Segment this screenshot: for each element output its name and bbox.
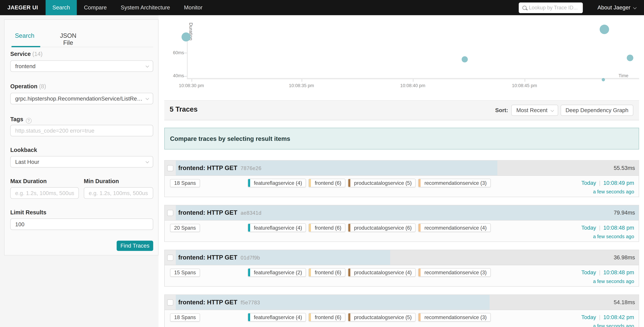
min-duration-wrap (84, 187, 153, 199)
y-tick-label: 40ms (168, 73, 184, 78)
y-tick (184, 76, 187, 77)
nav-tab-system-architecture[interactable]: System Architecture (114, 0, 177, 15)
operation-select[interactable]: grpc.hipstershop.RecommendationService/L… (10, 93, 153, 104)
min-duration-input[interactable] (89, 190, 148, 196)
trace-result-row[interactable]: frontend: HTTP GETf5e7783 54.18ms 18 Spa… (164, 294, 639, 327)
span-count-chip: 15 Spans (170, 268, 200, 277)
lookback-select[interactable]: Last Hour (10, 156, 153, 168)
lookback-label: Lookback (10, 146, 37, 153)
span-count-chip: 20 Spans (170, 224, 200, 232)
timestamp-line: Today|10:08:42 pm (582, 314, 634, 320)
x-tick (524, 79, 525, 82)
trace-name: frontend: HTTP GETf5e7783 (178, 299, 260, 306)
span-count-chip: 18 Spans (170, 314, 200, 322)
scatter-point[interactable] (182, 32, 190, 42)
scatter-point[interactable] (462, 56, 468, 62)
top-navbar: JAEGER UI Search Compare System Architec… (0, 0, 644, 15)
trace-duration: 55.53ms (614, 165, 635, 171)
service-color-strip (248, 224, 250, 232)
trace-timestamp: Today|10:08:48 pm a few seconds ago (582, 224, 634, 239)
results-controls: Sort: Most Recent Deep Dependency Graph (495, 105, 633, 116)
trace-row-body: 18 Spans featureflagservice (4) frontend… (165, 310, 639, 327)
service-color-strip (309, 314, 311, 321)
tags-input[interactable] (15, 128, 148, 134)
trace-name: frontend: HTTP GET01d7f9b (178, 254, 260, 261)
nav-tab-compare[interactable]: Compare (77, 0, 114, 15)
service-tag: productcatalogservice (4) (348, 268, 416, 277)
service-tag: featureflagservice (2) (248, 268, 306, 277)
trace-result-row[interactable]: frontend: HTTP GET01d7f9b 36.98ms 15 Spa… (164, 250, 639, 286)
y-tick-label: 60ms (168, 50, 184, 55)
service-tags: featureflagservice (4) frontend (6) prod… (248, 178, 491, 187)
service-tag: recommendationservice (3) (418, 313, 491, 322)
help-icon[interactable]: ? (26, 118, 32, 124)
relative-time: a few seconds ago (582, 189, 634, 194)
service-tag: featureflagservice (4) (248, 313, 306, 322)
nav-tab-monitor[interactable]: Monitor (177, 0, 209, 15)
scatter-point[interactable] (627, 54, 634, 61)
chevron-down-icon (146, 96, 149, 100)
service-tag: frontend (6) (308, 313, 345, 322)
relative-time: a few seconds ago (582, 323, 634, 327)
trace-row-header: frontend: HTTP GET7876e26 55.53ms (165, 161, 639, 176)
service-color-strip (248, 268, 250, 276)
service-color-strip (348, 268, 350, 276)
max-duration-input[interactable] (15, 190, 74, 196)
scatter-point[interactable] (602, 78, 605, 81)
separator: | (599, 314, 600, 320)
active-tab-underline (12, 46, 40, 47)
service-color-strip (248, 314, 250, 321)
trace-duration: 36.98ms (614, 254, 635, 261)
trace-result-row[interactable]: frontend: HTTP GETae8341d 79.94ms 20 Spa… (164, 205, 639, 242)
limit-results-input[interactable] (15, 221, 148, 227)
service-color-strip (309, 224, 311, 232)
sort-select[interactable]: Most Recent (511, 105, 558, 116)
service-tag: featureflagservice (4) (248, 224, 306, 232)
chevron-down-icon (146, 64, 149, 68)
tags-label: Tags? (10, 116, 32, 124)
service-select[interactable]: frontend (10, 60, 153, 72)
trace-row-body: 15 Spans featureflagservice (2) frontend… (165, 265, 639, 286)
trace-id-lookup[interactable] (518, 2, 583, 13)
find-traces-button[interactable]: Find Traces (117, 241, 153, 251)
relative-time: a few seconds ago (582, 234, 634, 239)
span-count-chip: 18 Spans (170, 179, 200, 187)
timestamp-line: Today|10:08:48 pm (582, 224, 634, 231)
search-icon (522, 6, 526, 10)
about-jaeger-label: About Jaeger (598, 4, 630, 11)
checkbox-cell (165, 250, 176, 265)
scatter-point[interactable] (600, 24, 609, 34)
sidebar-tabs: Search JSON File (10, 32, 81, 46)
trace-result-row[interactable]: frontend: HTTP GET7876e26 55.53ms 18 Spa… (164, 160, 639, 197)
separator: | (599, 224, 600, 231)
trace-select-checkbox[interactable] (167, 299, 174, 305)
x-tick-label: 10:08:35 pm (289, 83, 314, 88)
trace-row-body: 18 Spans featureflagservice (4) frontend… (165, 176, 639, 197)
separator: | (599, 180, 600, 186)
service-color-strip (248, 179, 250, 187)
trace-select-checkbox[interactable] (167, 254, 174, 261)
trace-select-checkbox[interactable] (167, 165, 174, 171)
app-logo[interactable]: JAEGER UI (0, 0, 46, 15)
tab-search[interactable]: Search (10, 32, 39, 46)
compare-banner: Compare traces by selecting result items (164, 128, 639, 150)
x-tick (192, 79, 192, 82)
trace-header-area: frontend: HTTP GET01d7f9b 36.98ms (176, 250, 639, 265)
chevron-down-icon (146, 160, 149, 163)
service-label: Service (14) (10, 50, 42, 57)
trace-timestamp: Today|10:08:49 pm a few seconds ago (582, 180, 634, 195)
about-jaeger-menu[interactable]: About Jaeger (598, 0, 636, 15)
checkbox-cell (165, 161, 176, 176)
x-tick (413, 79, 414, 82)
nav-tab-search[interactable]: Search (46, 0, 77, 15)
service-color-strip (309, 179, 311, 187)
trace-row-header: frontend: HTTP GETae8341d 79.94ms (165, 205, 639, 220)
service-tag: frontend (6) (308, 268, 345, 277)
trace-name: frontend: HTTP GETae8341d (178, 209, 262, 216)
trace-select-checkbox[interactable] (167, 210, 174, 216)
trace-id-lookup-input[interactable] (529, 5, 579, 10)
timestamp-line: Today|10:08:48 pm (582, 270, 634, 276)
deep-dependency-graph-button[interactable]: Deep Dependency Graph (560, 105, 633, 116)
tab-json-file[interactable]: JSON File (56, 32, 81, 46)
trace-row-body: 20 Spans featureflagservice (4) frontend… (165, 220, 639, 242)
